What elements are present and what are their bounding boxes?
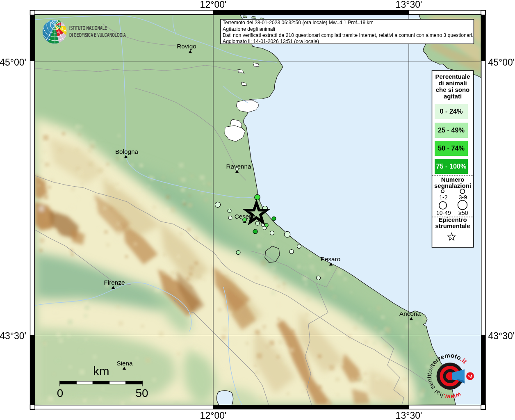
svg-text:Pesaro: Pesaro [321,256,340,262]
svg-text:75 - 100%: 75 - 100% [436,162,467,170]
svg-text:0: 0 [57,387,64,399]
svg-text:DI GEOFISICA E VULCANOLOGIA: DI GEOFISICA E VULCANOLOGIA [69,32,126,38]
svg-text:strumentale: strumentale [435,222,470,229]
svg-text:Rovigo: Rovigo [177,43,196,50]
svg-text:?: ? [467,374,474,379]
svg-text:ISTITUTO NAZIONALE: ISTITUTO NAZIONALE [69,25,107,31]
svg-text:43°30': 43°30' [0,331,26,341]
svg-text:12°00': 12°00' [200,410,227,420]
svg-text:Bologna: Bologna [115,148,139,155]
svg-text:13°30': 13°30' [396,0,422,10]
svg-text:10-49: 10-49 [436,210,451,216]
svg-text:45°00': 45°00' [488,57,515,68]
svg-text:km: km [93,364,109,378]
svg-text:agitati: agitati [444,93,462,100]
svg-text:Terremoto del 28-01-2023 06:32: Terremoto del 28-01-2023 06:32:50 (ora l… [223,20,374,25]
svg-text:Percentuale: Percentuale [435,73,470,80]
svg-text:12°00': 12°00' [200,0,227,10]
svg-text:Aggiornato il: 14-01-2026 13:5: Aggiornato il: 14-01-2026 13:51 (ora loc… [223,39,319,44]
svg-text:di animali: di animali [438,80,467,87]
svg-text:3-9: 3-9 [459,194,467,201]
svg-text:≥50: ≥50 [458,210,468,216]
svg-text:13°30': 13°30' [396,410,422,420]
svg-text:segnalazioni: segnalazioni [434,182,471,189]
svg-text:che si sono: che si sono [436,86,470,93]
svg-text:0 - 24%: 0 - 24% [440,107,463,115]
svg-text:Siena: Siena [116,360,133,367]
svg-text:25 - 49%: 25 - 49% [438,126,465,134]
svg-text:Agitazione degli animali: Agitazione degli animali [223,26,275,32]
svg-text:50: 50 [135,387,148,399]
svg-text:45°00': 45°00' [0,57,26,68]
svg-text:50 - 74%: 50 - 74% [438,144,465,152]
svg-text:Firenze: Firenze [104,279,125,286]
svg-text:Dati non verificati estratti d: Dati non verificati estratti da 210 ques… [223,32,474,38]
svg-text:43°30': 43°30' [488,331,515,341]
svg-text:1-2: 1-2 [439,194,447,201]
svg-text:Ancona: Ancona [399,310,421,317]
